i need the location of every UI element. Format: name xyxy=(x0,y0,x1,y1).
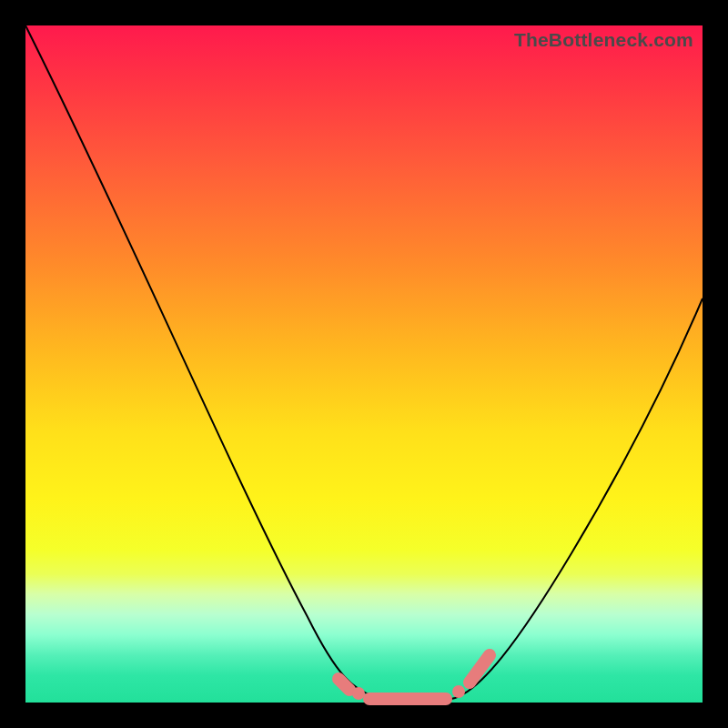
marker-left-tick xyxy=(339,679,349,690)
chart-plot-area: TheBottleneck.com xyxy=(25,25,703,703)
marker-dot-left xyxy=(352,687,365,700)
bottleneck-curve xyxy=(25,25,703,702)
chart-overlay xyxy=(25,25,703,703)
marker-right-tick xyxy=(470,655,490,682)
chart-frame: TheBottleneck.com xyxy=(0,0,728,728)
marker-dot-right xyxy=(452,685,465,698)
